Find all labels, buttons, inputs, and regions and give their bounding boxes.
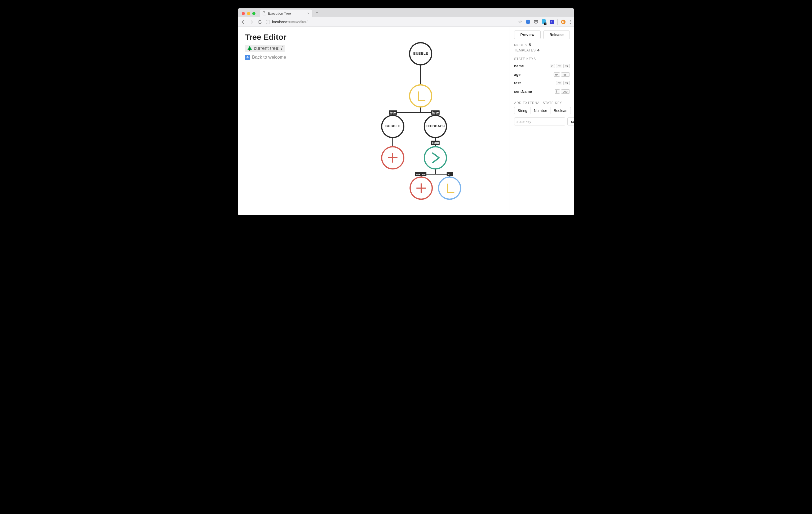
svg-point-18 [424, 147, 446, 169]
extension-icon-2[interactable]: 0 [542, 20, 546, 24]
svg-text:true: true [390, 111, 396, 114]
svg-text:FEEDBACK: FEEDBACK [426, 124, 445, 128]
node-condition-err[interactable] [439, 177, 461, 199]
key-tag: in [550, 64, 555, 68]
window-minimize-button[interactable] [247, 12, 250, 15]
url-port: :8080 [287, 20, 296, 24]
current-tree-label: current tree: [254, 46, 280, 51]
state-key-row[interactable]: sentName in bool [514, 87, 570, 96]
add-external-heading: Add external state key [514, 101, 570, 105]
tab-strip: Execution Tree × + [238, 8, 574, 17]
left-panel: Tree Editor 🌲 current tree: / Back to we… [238, 27, 310, 215]
chevron-right-icon [433, 153, 439, 163]
svg-text:BUBBLE: BUBBLE [413, 51, 428, 55]
tab-title: Execution Tree [268, 11, 291, 16]
state-keys-list: name in ex str age ex num [514, 62, 570, 96]
key-tag: in [555, 89, 560, 93]
svg-point-12 [410, 85, 432, 107]
extension-icon-3[interactable]: ! [549, 20, 554, 24]
node-add-success[interactable] [410, 177, 432, 199]
current-tree-path: / [281, 46, 283, 51]
tree-canvas[interactable]: true false send succes [310, 27, 510, 215]
extension-icon-1[interactable]: ⋯ [525, 20, 530, 24]
state-key-row[interactable]: test ex str [514, 79, 570, 87]
url-path: /editor/ [296, 20, 308, 24]
forward-icon[interactable] [250, 20, 254, 24]
condition-icon [418, 91, 425, 101]
edge-branch [393, 107, 435, 115]
preview-button[interactable]: Preview [514, 30, 541, 39]
node-feedback[interactable]: FEEDBACK [424, 115, 446, 137]
state-key-row[interactable]: age ex num [514, 70, 570, 79]
right-sidebar: Preview Release Nodes5 Templates4 State … [510, 27, 574, 215]
edge-label-err: err [447, 172, 453, 177]
current-tree-badge: 🌲 current tree: / [245, 45, 285, 52]
type-option-string[interactable]: String [514, 107, 531, 114]
address-bar: i localhost:8080/editor/ ☆ ⋯ 0 ! R [238, 17, 574, 27]
key-tag: ex [554, 73, 560, 77]
type-option-boolean[interactable]: Boolean [550, 107, 571, 114]
toolbar-extensions: ☆ ⋯ 0 ! R [518, 19, 571, 25]
url-host: localhost [272, 20, 287, 24]
tree-icon: 🌲 [247, 46, 252, 51]
release-button[interactable]: Release [543, 30, 570, 39]
close-tab-icon[interactable]: × [308, 11, 310, 16]
key-tag: str [563, 64, 570, 68]
plus-icon [416, 183, 426, 193]
window-maximize-button[interactable] [252, 12, 256, 15]
back-label: Back to welcome [252, 55, 286, 60]
node-bubble-left[interactable]: BUBBLE [382, 115, 404, 137]
back-arrow-icon [245, 55, 250, 60]
back-icon[interactable] [241, 20, 245, 24]
svg-text:err: err [448, 173, 452, 176]
key-tag: str [563, 81, 570, 85]
state-key-input[interactable] [514, 117, 565, 126]
key-tag: num [561, 73, 570, 77]
svg-text:BUBBLE: BUBBLE [385, 124, 400, 128]
edge-label-true: true [389, 110, 397, 114]
state-keys-heading: State Keys [514, 57, 570, 61]
nodes-stat: Nodes5 [514, 43, 570, 47]
reload-icon[interactable] [258, 20, 262, 24]
back-to-welcome-link[interactable]: Back to welcome [245, 55, 306, 61]
new-tab-button[interactable]: + [316, 10, 319, 16]
node-add-left[interactable] [382, 147, 404, 169]
templates-stat: Templates4 [514, 48, 570, 52]
save-button[interactable]: save [568, 117, 574, 126]
type-option-number[interactable]: Number [531, 107, 551, 114]
pocket-icon[interactable] [533, 20, 538, 24]
svg-text:send: send [432, 141, 439, 144]
browser-window: Execution Tree × + i localhost:8080/edit… [238, 8, 574, 215]
edge-label-succes: succes [415, 172, 427, 177]
svg-point-20 [439, 177, 461, 199]
edge-label-send: send [431, 141, 440, 145]
plus-icon [388, 153, 398, 163]
browser-menu-icon[interactable] [570, 20, 571, 24]
bookmark-icon[interactable]: ☆ [518, 20, 522, 24]
page-icon [263, 11, 266, 16]
edge-label-false: false [431, 110, 440, 114]
profile-avatar[interactable]: R [561, 20, 566, 24]
node-condition-1[interactable] [410, 85, 432, 107]
page-title: Tree Editor [245, 33, 306, 42]
browser-tab[interactable]: Execution Tree × [260, 9, 313, 17]
window-close-button[interactable] [242, 12, 245, 15]
site-info-icon[interactable]: i [266, 20, 270, 24]
svg-text:succes: succes [416, 173, 426, 176]
window-controls [242, 12, 257, 17]
condition-icon [447, 184, 455, 193]
type-segmented-control: String Number Boolean [514, 107, 570, 114]
svg-text:false: false [432, 111, 439, 114]
state-key-row[interactable]: name in ex str [514, 62, 570, 70]
url-display[interactable]: i localhost:8080/editor/ [266, 20, 514, 24]
key-tag: bool [561, 89, 570, 93]
node-send[interactable] [424, 147, 446, 169]
key-tag: ex [556, 64, 562, 68]
node-bubble-root[interactable]: BUBBLE [410, 43, 432, 65]
key-tag: ex [556, 81, 562, 85]
